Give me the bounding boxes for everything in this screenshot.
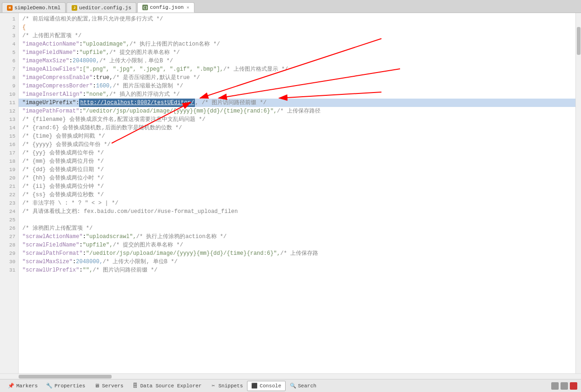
bottom-tab-bar: 📌 Markers 🔧 Properties 🖥 Servers 🗄 Data … (0, 379, 581, 392)
tab-label-ueditorConfig: ueditor.config.js (79, 5, 131, 11)
maximize-button[interactable] (561, 382, 568, 390)
code-line-13: /* {filename} 会替换成原文件名,配置这项需要注意中文乱码问题 */ (19, 115, 575, 124)
line-number-21: 21 (0, 182, 18, 191)
minimize-button[interactable] (551, 382, 559, 390)
line-number-27: 27 (0, 233, 18, 241)
bottom-tab-servers[interactable]: 🖥 Servers (89, 381, 127, 391)
line-number-11: 11 (0, 99, 18, 107)
tab-bar: H simpleDemo.html J ueditor.config.js {}… (0, 0, 581, 13)
code-line-15: /* {time} 会替换成时间戳 */ (19, 132, 575, 140)
code-line-10: "imageInsertAlign": "none", /* 插入的图片浮动方式… (19, 90, 575, 99)
vertical-scrollbar[interactable] (575, 13, 581, 373)
line-number-13: 13 (0, 115, 18, 124)
bottom-tab-snippets[interactable]: ✂ Snippets (206, 381, 247, 391)
snippets-icon: ✂ (210, 383, 216, 389)
code-line-26: /* 涂鸦图片上传配置项 */ (19, 224, 575, 233)
code-area[interactable]: /* 前后端通信相关的配置,注释只允许使用多行方式 */{ /* 上传图片配置项… (19, 13, 575, 373)
code-line-1: /* 前后端通信相关的配置,注释只允许使用多行方式 */ (19, 15, 575, 23)
tab-label-simpleDemo: simpleDemo.html (14, 5, 60, 11)
line-number-29: 29 (0, 249, 18, 258)
line-number-22: 22 (0, 191, 18, 199)
tab-close-configJson[interactable]: ✕ (187, 5, 189, 10)
bottom-tab-label-markers: Markers (16, 383, 38, 389)
code-line-16: /* {yyyy} 会替换成四位年份 */ (19, 140, 575, 149)
tab-simpleDemo[interactable]: H simpleDemo.html (2, 2, 66, 13)
code-line-5: "imageFieldName": "upfile", /* 提交的图片表单名称… (19, 48, 575, 57)
bottom-tab-markers[interactable]: 📌 Markers (4, 381, 42, 391)
bottom-tab-label-snippets: Snippets (218, 383, 243, 389)
editor-wrapper: 1234567891011121314151617181920212223242… (0, 13, 581, 373)
tab-configJson[interactable]: {} config.json ✕ (137, 2, 194, 13)
code-line-25 (19, 216, 575, 224)
line-number-8: 8 (0, 73, 18, 82)
code-line-9: "imageCompressBorder": 1600, /* 图片压缩最长边限… (19, 82, 575, 90)
code-line-11: "imageUrlPrefix": http://localhost:8082/… (19, 99, 575, 107)
line-number-23: 23 (0, 199, 18, 207)
properties-icon: 🔧 (46, 383, 53, 389)
code-line-6: "imageMaxSize": 2048000, /* 上传大小限制，单位B *… (19, 57, 575, 65)
line-number-7: 7 (0, 65, 18, 73)
code-line-31: "scrawlUrlPrefix": "", /* 图片访问路径前缀 */ (19, 266, 575, 274)
h-scrollbar-thumb[interactable] (19, 375, 112, 379)
line-number-24: 24 (0, 207, 18, 216)
code-line-28: "scrawlFieldName": "upfile", /* 提交的图片表单名… (19, 241, 575, 249)
code-line-21: /* {ii} 会替换成两位分钟 */ (19, 182, 575, 191)
code-line-23: /* 非法字符 \ : * ? " < > | */ (19, 199, 575, 207)
tab-ueditorConfig[interactable]: J ueditor.config.js (67, 2, 136, 13)
bottom-tab-label-search: Search (298, 383, 317, 389)
line-number-15: 15 (0, 132, 18, 140)
code-line-17: /* {yy} 会替换成两位年份 */ (19, 149, 575, 157)
line-number-25: 25 (0, 216, 18, 224)
line-number-10: 10 (0, 90, 18, 99)
code-line-12: "imagePathFormat": "/ueditor/jsp/upload/… (19, 107, 575, 115)
line-number-3: 3 (0, 32, 18, 40)
code-line-2: { (19, 23, 575, 32)
line-number-20: 20 (0, 174, 18, 182)
tab-label-configJson: config.json (150, 5, 184, 10)
horizontal-scrollbar[interactable] (0, 373, 581, 379)
bottom-tab-properties[interactable]: 🔧 Properties (42, 381, 89, 391)
bottom-tab-label-console: Console (260, 383, 281, 389)
code-line-4: "imageActionName": "uploadimage", /* 执行上… (19, 40, 575, 48)
code-line-27: "scrawlActionName": "uploadscrawl", /* 执… (19, 233, 575, 241)
markers-icon: 📌 (8, 383, 14, 389)
code-line-20: /* {hh} 会替换成两位小时 */ (19, 174, 575, 182)
bottom-tab-label-datasource: Data Source Explorer (140, 383, 201, 389)
code-line-22: /* {ss} 会替换成两位秒数 */ (19, 191, 575, 199)
scrollbar-thumb[interactable] (577, 27, 581, 55)
line-numbers: 1234567891011121314151617181920212223242… (0, 13, 19, 373)
line-number-12: 12 (0, 107, 18, 115)
code-line-8: "imageCompressEnable": true, /* 是否压缩图片,默… (19, 73, 575, 82)
tab-icon-html: H (7, 5, 13, 11)
line-number-6: 6 (0, 57, 18, 65)
line-number-5: 5 (0, 48, 18, 57)
line-number-4: 4 (0, 40, 18, 48)
line-number-19: 19 (0, 166, 18, 174)
tab-icon-js: J (72, 5, 77, 11)
code-line-29: "scrawlPathFormat": "/ueditor/jsp/upload… (19, 249, 575, 258)
code-line-14: /* {rand:6} 会替换成随机数,后面的数字是随机数的位数 */ (19, 124, 575, 132)
code-line-7: "imageAllowFiles": [".png", ".jpg", ".jp… (19, 65, 575, 73)
line-number-14: 14 (0, 124, 18, 132)
bottom-tab-label-servers: Servers (102, 383, 123, 389)
bottom-tab-console[interactable]: ⬛ Console (247, 381, 285, 391)
line-number-31: 31 (0, 266, 18, 274)
line-number-9: 9 (0, 82, 18, 90)
servers-icon: 🖥 (93, 383, 100, 389)
bottom-tab-datasource[interactable]: 🗄 Data Source Explorer (127, 381, 206, 391)
search-icon: 🔍 (290, 383, 296, 389)
code-line-30: "scrawlMaxSize": 2048000, /* 上传大小限制, 单位B… (19, 258, 575, 266)
line-number-28: 28 (0, 241, 18, 249)
bottom-right-controls (551, 382, 577, 390)
close-panel-button[interactable] (570, 382, 577, 390)
line-number-1: 1 (0, 15, 18, 23)
bottom-tab-search[interactable]: 🔍 Search (286, 381, 321, 391)
line-number-18: 18 (0, 157, 18, 166)
code-line-18: /* {mm} 会替换成两位月份 */ (19, 157, 575, 166)
code-line-24: /* 具请体看线上文档: fex.baidu.com/ueditor/#use-… (19, 207, 575, 216)
code-line-3: /* 上传图片配置项 */ (19, 32, 575, 40)
console-icon: ⬛ (251, 383, 258, 389)
datasource-icon: 🗄 (132, 383, 138, 389)
line-number-26: 26 (0, 224, 18, 233)
line-number-30: 30 (0, 258, 18, 266)
